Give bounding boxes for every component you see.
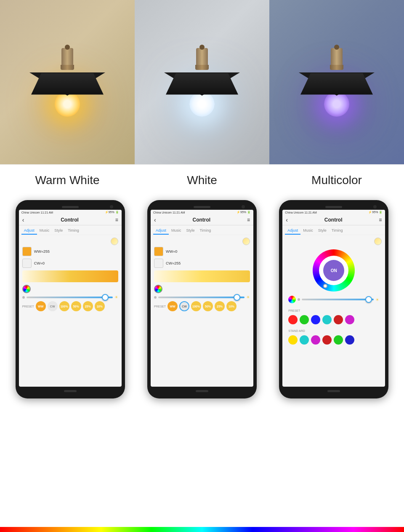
tab-timing[interactable]: Timing: [65, 227, 82, 235]
preset-red[interactable]: [288, 315, 298, 324]
standard-red[interactable]: [322, 335, 332, 345]
tab-music[interactable]: Music: [37, 227, 52, 235]
preset-label-multi: PRESET: [288, 309, 300, 312]
preset-cw-btn[interactable]: CW: [179, 301, 189, 311]
preset-cw-btn[interactable]: CW: [48, 301, 58, 311]
preset-10-btn[interactable]: 10%: [95, 301, 105, 311]
phone-multicolor: China Unicom 11:21 AM ⚡95% 🔋 ‹ Control ≡…: [273, 200, 395, 398]
phone-screen-multicolor: China Unicom 11:21 AM ⚡95% 🔋 ‹ Control ≡…: [282, 210, 385, 387]
tab-style[interactable]: Style: [184, 227, 197, 235]
gradient-bar-white[interactable]: [154, 270, 250, 282]
brightness-min-icon: [154, 296, 157, 299]
tab-style[interactable]: Style: [316, 227, 329, 235]
cw-swatch: [22, 259, 32, 268]
phone-warm-white: China Unicom 11:21 AM ⚡95% 🔋 ‹ Control ≡…: [9, 200, 131, 398]
on-button[interactable]: ON: [323, 260, 344, 281]
preset-row: PRESET WW CW 100% 50% 25% 10%: [22, 301, 118, 311]
standard-green[interactable]: [334, 335, 343, 345]
standard-blue[interactable]: [345, 335, 354, 345]
lamp-white-image: [135, 0, 269, 164]
label-row: Warm White White Multicolor: [0, 164, 404, 196]
color-ring[interactable]: ON: [313, 249, 355, 291]
preset-row: PRESET WW CW 100% 50% 25% 10%: [154, 301, 250, 311]
phone-speaker: [325, 206, 342, 208]
ww-row: WW=0: [154, 247, 250, 256]
preset-25-btn[interactable]: 25%: [215, 301, 225, 311]
menu-icon[interactable]: ≡: [115, 217, 118, 223]
phone-speaker: [194, 206, 210, 208]
app-title: Control: [156, 217, 247, 223]
tab-adjust[interactable]: Adjust: [153, 227, 169, 235]
palette-icon[interactable]: [288, 296, 296, 303]
warm-white-label: Warm White: [0, 165, 135, 196]
app-tabs: Adjust Music Style Timing: [282, 225, 385, 235]
preset-label: PRESET: [154, 305, 166, 308]
cw-value: CW=0: [34, 261, 45, 265]
tab-adjust[interactable]: Adjust: [285, 227, 300, 235]
app-tabs: Adjust Music Style Timing: [19, 225, 122, 235]
phone-bottom: [282, 387, 385, 395]
brightness-min-icon: [298, 298, 300, 301]
brightness-row: ☀: [22, 295, 118, 299]
standard-magenta[interactable]: [311, 335, 320, 345]
color-wheel-icon[interactable]: [22, 285, 31, 293]
preset-ww-btn[interactable]: WW: [36, 301, 46, 311]
preset-25-btn[interactable]: 25%: [83, 301, 93, 311]
preset-100-btn[interactable]: 100%: [191, 301, 201, 311]
tab-timing[interactable]: Timing: [197, 227, 214, 235]
app-title: Control: [24, 217, 115, 223]
tab-timing[interactable]: Timing: [329, 227, 346, 235]
white-label: White: [135, 165, 269, 196]
phone-bottom: [19, 387, 122, 395]
menu-icon[interactable]: ≡: [379, 217, 382, 223]
tab-style[interactable]: Style: [52, 227, 65, 235]
preset-section: PRESET: [286, 305, 382, 314]
lamp-color-image: [269, 0, 404, 164]
app-content-warm: WW=255 CW=0 ☀: [19, 235, 122, 314]
color-ring-container: ON: [286, 247, 382, 294]
home-button[interactable]: [327, 390, 340, 392]
standard-label: STAND ARD: [288, 329, 305, 332]
color-wheel-icon[interactable]: [154, 285, 162, 293]
preset-cyan[interactable]: [322, 315, 332, 324]
preset-100-btn[interactable]: 100%: [59, 301, 69, 311]
preset-darkred[interactable]: [334, 315, 343, 324]
ww-value: WW=0: [166, 249, 177, 254]
home-button[interactable]: [196, 390, 208, 392]
preset-green[interactable]: [300, 315, 309, 324]
preset-label: PRESET: [22, 305, 34, 308]
brightness-min-icon: [22, 296, 25, 299]
tab-music[interactable]: Music: [300, 227, 316, 235]
cw-row: CW=255: [154, 259, 250, 268]
brightness-slider[interactable]: [158, 297, 245, 298]
preset-50-btn[interactable]: 50%: [71, 301, 81, 311]
preset-magenta[interactable]: [345, 315, 354, 324]
phone-camera: [373, 205, 377, 209]
standard-yellow[interactable]: [288, 335, 298, 345]
lamp-warm-image: [0, 0, 135, 164]
standard-cyan[interactable]: [300, 335, 309, 345]
menu-icon[interactable]: ≡: [247, 217, 250, 223]
phone-row: China Unicom 11:21 AM ⚡95% 🔋 ‹ Control ≡…: [0, 196, 404, 411]
app-header: ‹ Control ≡: [282, 215, 385, 225]
preset-50-btn[interactable]: 50%: [203, 301, 213, 311]
preset-blue[interactable]: [311, 315, 320, 324]
phone-screen-white: China Unicom 11:21 AM ⚡95% 🔋 ‹ Control ≡…: [151, 210, 253, 387]
preset-10-btn[interactable]: 10%: [226, 301, 237, 311]
standard-section: STAND ARD: [286, 325, 382, 334]
brightness-slider-multi[interactable]: [302, 299, 374, 300]
preset-ww-btn[interactable]: WW: [167, 301, 178, 311]
tab-music[interactable]: Music: [169, 227, 184, 235]
multicolor-controls: ☀: [286, 294, 382, 305]
tab-adjust[interactable]: Adjust: [21, 227, 37, 235]
app-content-white: WW=0 CW=255 ☀: [151, 235, 253, 314]
phone-screen-warm: China Unicom 11:21 AM ⚡95% 🔋 ‹ Control ≡…: [19, 210, 122, 387]
preset-colors-row: [286, 314, 382, 325]
home-button[interactable]: [64, 390, 77, 392]
app-tabs: Adjust Music Style Timing: [151, 225, 253, 235]
ww-value: WW=255: [34, 249, 50, 254]
brightness-row: ☀: [154, 295, 250, 299]
gradient-bar-warm[interactable]: [22, 270, 118, 282]
brightness-slider[interactable]: [27, 297, 113, 298]
standard-colors-row: [286, 334, 382, 345]
